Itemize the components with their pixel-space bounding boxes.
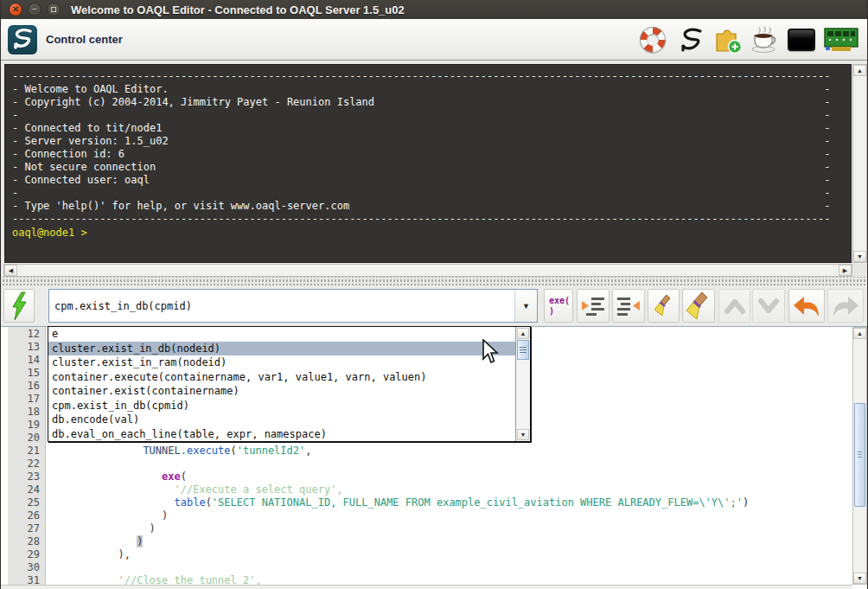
- command-input[interactable]: [49, 290, 514, 322]
- line-number: 18: [8, 406, 40, 419]
- autocomplete-item[interactable]: container.exist(containername): [48, 384, 515, 399]
- line-number: 29: [8, 548, 40, 561]
- move-down-button[interactable]: [752, 289, 785, 323]
- terminal-line: - Connected user: oaql -: [12, 174, 851, 187]
- line-number: 16: [8, 380, 40, 393]
- lightning-icon: [10, 291, 29, 321]
- autocomplete-item[interactable]: container.execute(containername, var1, v…: [48, 370, 515, 385]
- main-toolbar: Control center: [1, 19, 867, 61]
- terminal-line: - Not secure connection -: [12, 161, 851, 174]
- undo-button[interactable]: [788, 289, 825, 323]
- autocomplete-item[interactable]: cluster.exist_in_ram(nodeid): [48, 355, 515, 370]
- code-line: [49, 458, 852, 471]
- line-number: 13: [8, 341, 40, 354]
- autocomplete-item[interactable]: db.eval_on_each_line(table, expr, namesp…: [48, 427, 515, 442]
- code-line: ): [49, 522, 852, 535]
- exe-button-label2: ): [549, 306, 554, 317]
- line-number: 17: [8, 393, 40, 406]
- autocomplete-list: ecluster.exist_in_db(nodeid)cluster.exis…: [48, 327, 515, 441]
- app-label: Control center: [46, 33, 123, 46]
- code-line: ),: [49, 548, 852, 561]
- terminal-line: - Type 'help()' for help, or visit www.o…: [12, 200, 851, 213]
- line-number: 14: [8, 354, 40, 367]
- chevron-down-large-icon: [757, 298, 780, 315]
- code-line: TUNNEL.execute('tunnelId2',: [49, 445, 852, 458]
- exe-template-button[interactable]: exe( ): [544, 289, 573, 323]
- line-number: 24: [8, 483, 40, 496]
- redo-button[interactable]: [827, 289, 864, 323]
- terminal-line: - Server version: 1.5_u02 -: [12, 135, 851, 148]
- code-line: table('SELECT NATIONAL_ID, FULL_NAME FRO…: [49, 496, 852, 509]
- code-line: [49, 561, 852, 574]
- indent-icon: [580, 295, 606, 317]
- indent-button[interactable]: [577, 289, 610, 323]
- help-lifebuoy-icon[interactable]: [636, 24, 669, 55]
- terminal-horizontal-scrollbar[interactable]: ◀ ▶: [3, 264, 852, 277]
- line-number: 21: [8, 445, 40, 458]
- scroll-up-arrow-icon[interactable]: ▲: [517, 328, 529, 339]
- terminal-prompt: oaql@node1 >: [12, 227, 851, 240]
- maximize-button[interactable]: [47, 3, 61, 16]
- broom-large-icon: [686, 291, 712, 321]
- minimize-button[interactable]: −: [28, 3, 41, 16]
- scroll-left-arrow-icon[interactable]: ◀: [4, 265, 17, 276]
- undo-arrow-icon: [792, 294, 821, 318]
- chevron-down-icon: ▼: [522, 302, 530, 311]
- autocomplete-item[interactable]: db.encode(val): [48, 413, 515, 427]
- line-number: 26: [8, 509, 40, 522]
- network-card-icon[interactable]: [822, 24, 860, 55]
- terminal-line: - Connected to tit/node1 -: [12, 122, 851, 135]
- scroll-down-arrow-icon[interactable]: ▼: [853, 251, 866, 262]
- terminal-screen-icon[interactable]: [785, 24, 818, 55]
- clean-large-button[interactable]: [682, 289, 715, 323]
- scrollbar-corner: [852, 264, 867, 277]
- autocomplete-item[interactable]: cpm.exist_in_db(cpmid): [48, 399, 515, 413]
- window-title: Welcome to OAQL Editor - Connected to OA…: [71, 3, 405, 16]
- scroll-up-arrow-icon[interactable]: ▲: [853, 328, 866, 339]
- code-line: '//Execute a select query',: [49, 483, 852, 496]
- add-plugin-puzzle-icon[interactable]: [711, 24, 744, 55]
- line-number: 28: [8, 535, 40, 548]
- snake-logo-icon: [8, 25, 37, 54]
- line-number: 20: [8, 432, 40, 445]
- move-up-button[interactable]: [718, 289, 750, 323]
- exe-button-label: exe(: [549, 296, 570, 306]
- close-button[interactable]: ✕: [9, 3, 22, 16]
- scroll-right-arrow-icon[interactable]: ▶: [839, 265, 852, 276]
- line-number: 23: [8, 471, 40, 483]
- terminal-output: ----------------------------------------…: [4, 64, 852, 263]
- outdent-icon: [616, 295, 641, 317]
- line-number-gutter: 1213141516171819202122232425262728293031: [8, 327, 46, 586]
- coffee-icon[interactable]: [748, 24, 781, 55]
- autocomplete-item[interactable]: e: [48, 327, 515, 342]
- clean-small-button[interactable]: [648, 289, 680, 323]
- terminal-line: - Welcome to OAQL Editor. -: [12, 83, 851, 96]
- terminal-line: - Copyright (c) 2004-2014, Jimmitry Paye…: [12, 96, 851, 109]
- scroll-up-arrow-icon[interactable]: ▲: [853, 65, 866, 76]
- line-number: 12: [8, 328, 40, 341]
- dropdown-scrollbar[interactable]: ▲ ▼: [515, 327, 530, 441]
- dropdown-scrollbar-thumb[interactable]: [517, 340, 529, 360]
- run-button[interactable]: [3, 289, 35, 323]
- terminal-line: - -: [12, 109, 851, 122]
- snake-icon[interactable]: [673, 24, 706, 55]
- line-number: 19: [8, 419, 40, 432]
- scroll-down-arrow-icon[interactable]: ▼: [853, 573, 866, 584]
- code-line: ): [49, 509, 852, 522]
- code-line: exe(: [49, 471, 852, 483]
- oaql-snake-logo: [8, 25, 37, 54]
- titlebar: ✕ − Welcome to OAQL Editor - Connected t…: [1, 0, 867, 19]
- line-number: 27: [8, 522, 40, 535]
- pane-splitter[interactable]: [1, 277, 867, 285]
- terminal-line: ----------------------------------------…: [12, 70, 851, 83]
- outdent-button[interactable]: [612, 289, 645, 323]
- maximize-icon: [51, 7, 56, 12]
- combo-dropdown-button[interactable]: ▼: [514, 290, 537, 322]
- editor-vertical-scrollbar[interactable]: ▲ ▼: [852, 327, 867, 585]
- scroll-down-arrow-icon[interactable]: ▼: [517, 429, 529, 440]
- autocomplete-item[interactable]: cluster.exist_in_db(nodeid): [48, 342, 515, 356]
- terminal-region: ----------------------------------------…: [1, 61, 867, 285]
- editor-scrollbar-thumb[interactable]: [854, 403, 865, 507]
- terminal-vertical-scrollbar[interactable]: ▲ ▼: [852, 64, 867, 263]
- line-number: 15: [8, 367, 40, 380]
